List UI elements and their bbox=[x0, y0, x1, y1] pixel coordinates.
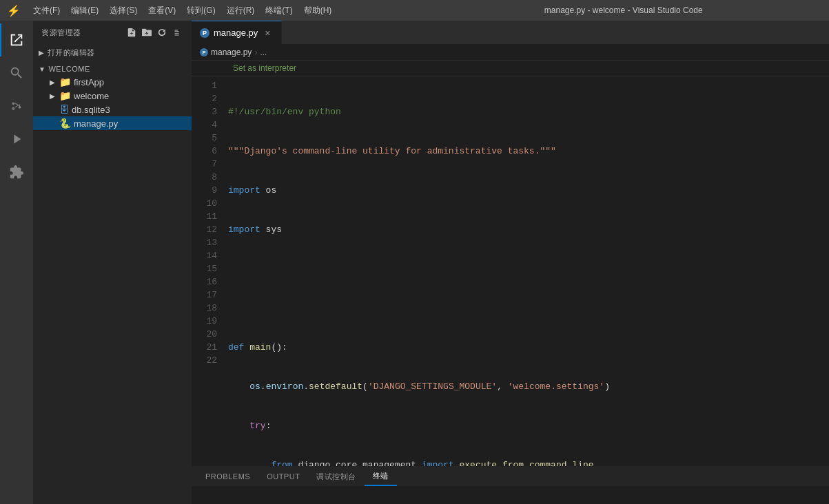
sidebar-item-source-control[interactable] bbox=[0, 90, 33, 123]
welcome-section: WELCOME 📁 firstApp 📁 welcome 🗄 bbox=[33, 61, 192, 132]
activity-bar bbox=[0, 21, 33, 504]
tree-item-welcome[interactable]: 📁 welcome bbox=[33, 89, 192, 103]
panel-tab-problems[interactable]: PROBLEMS bbox=[197, 467, 258, 486]
firstapp-chevron-icon bbox=[50, 78, 59, 86]
editor-area: P manage.py × P manage.py › ... Set as i… bbox=[192, 21, 829, 504]
menu-edit[interactable]: 编辑(E) bbox=[65, 0, 104, 21]
window-title: manage.py - welcome - Visual Studio Code bbox=[425, 6, 823, 15]
sidebar-header-actions bbox=[125, 26, 183, 39]
code-line-2: """Django's command-line utility for adm… bbox=[228, 145, 829, 158]
line-num-12: 12 bbox=[197, 223, 217, 236]
breadcrumb-python-icon: P bbox=[200, 48, 208, 56]
code-line-9: try: bbox=[228, 419, 829, 432]
tree-item-db[interactable]: 🗄 db.sqlite3 bbox=[33, 103, 192, 116]
panel-tab-terminal[interactable]: 终端 bbox=[365, 467, 397, 486]
line-num-1: 1 bbox=[197, 79, 217, 92]
db-file-icon: 🗄 bbox=[59, 104, 69, 115]
line-num-6: 6 bbox=[197, 145, 217, 158]
open-editors-chevron bbox=[39, 49, 45, 56]
panel-tab-debug-console[interactable]: 调试控制台 bbox=[308, 467, 365, 486]
open-editors-header[interactable]: 打开的编辑器 bbox=[33, 45, 192, 60]
line-num-22: 22 bbox=[197, 354, 217, 367]
breadcrumb-bar: P manage.py › ... bbox=[192, 45, 829, 61]
folder-icon-2: 📁 bbox=[59, 90, 71, 101]
tree-item-managepy[interactable]: 🐍 manage.py bbox=[33, 116, 192, 130]
bottom-panel: PROBLEMS OUTPUT 调试控制台 终端 bbox=[192, 466, 829, 504]
line-num-19: 19 bbox=[197, 315, 217, 328]
code-content: #!/usr/bin/env python """Django's comman… bbox=[223, 76, 829, 466]
code-line-6 bbox=[228, 302, 829, 315]
breadcrumb-separator: › bbox=[254, 48, 257, 57]
line-num-15: 15 bbox=[197, 262, 217, 275]
refresh-icon[interactable] bbox=[156, 26, 168, 39]
welcome-section-header[interactable]: WELCOME bbox=[33, 63, 192, 75]
menu-goto[interactable]: 转到(G) bbox=[181, 0, 221, 21]
line-num-2: 2 bbox=[197, 92, 217, 105]
line-num-3: 3 bbox=[197, 105, 217, 118]
folder-icon: 📁 bbox=[59, 76, 71, 87]
line-num-13: 13 bbox=[197, 236, 217, 249]
code-line-10: from django.core.management import execu… bbox=[228, 459, 829, 466]
python-file-icon: 🐍 bbox=[59, 118, 71, 129]
welcome-section-label: WELCOME bbox=[48, 65, 90, 73]
tab-python-icon: P bbox=[200, 28, 209, 38]
main-layout: 资源管理器 打开的编辑器 bbox=[0, 21, 829, 504]
line-num-20: 20 bbox=[197, 328, 217, 341]
title-bar: ⚡ 文件(F) 编辑(E) 选择(S) 查看(V) 转到(G) 运行(R) 终端… bbox=[0, 0, 829, 21]
tab-bar: P manage.py × bbox=[192, 21, 829, 45]
line-num-9: 9 bbox=[197, 184, 217, 197]
tab-managepy[interactable]: P manage.py × bbox=[192, 21, 282, 45]
menu-help[interactable]: 帮助(H) bbox=[298, 0, 338, 21]
code-line-7: def main(): bbox=[228, 341, 829, 354]
open-editors-section: 打开的编辑器 bbox=[33, 44, 192, 61]
open-editors-label: 打开的编辑器 bbox=[48, 48, 95, 58]
menu-run[interactable]: 运行(R) bbox=[221, 0, 260, 21]
menu-terminal[interactable]: 终端(T) bbox=[260, 0, 298, 21]
panel-tabs: PROBLEMS OUTPUT 调试控制台 终端 bbox=[192, 467, 829, 486]
sidebar-item-run[interactable] bbox=[0, 123, 33, 156]
line-num-11: 11 bbox=[197, 210, 217, 223]
line-num-8: 8 bbox=[197, 171, 217, 184]
new-folder-icon[interactable] bbox=[141, 26, 153, 39]
line-numbers: 1 2 3 4 5 6 7 8 9 10 11 12 13 14 15 16 1… bbox=[192, 76, 223, 466]
line-num-21: 21 bbox=[197, 341, 217, 354]
line-num-10: 10 bbox=[197, 197, 217, 210]
sidebar: 资源管理器 打开的编辑器 bbox=[33, 21, 192, 504]
code-line-3: import os bbox=[228, 184, 829, 197]
code-line-8: os.environ.setdefault('DJANGO_SETTINGS_M… bbox=[228, 380, 829, 393]
panel-content bbox=[192, 486, 829, 504]
tab-close-button[interactable]: × bbox=[262, 28, 273, 39]
line-num-17: 17 bbox=[197, 288, 217, 302]
welcome-chevron bbox=[39, 65, 45, 73]
tab-managepy-label: manage.py bbox=[214, 28, 258, 38]
code-line-5 bbox=[228, 262, 829, 275]
collapse-icon[interactable] bbox=[171, 26, 183, 39]
new-file-icon[interactable] bbox=[125, 26, 138, 39]
code-line-1: #!/usr/bin/env python bbox=[228, 105, 829, 118]
breadcrumb-dots[interactable]: ... bbox=[260, 48, 267, 57]
line-num-4: 4 bbox=[197, 118, 217, 132]
sidebar-title: 资源管理器 bbox=[41, 28, 81, 38]
line-num-5: 5 bbox=[197, 132, 217, 145]
menu-file[interactable]: 文件(F) bbox=[28, 0, 65, 21]
sidebar-item-explorer[interactable] bbox=[0, 23, 33, 56]
panel-tab-output[interactable]: OUTPUT bbox=[258, 467, 308, 486]
sidebar-item-extensions[interactable] bbox=[0, 156, 33, 189]
line-num-16: 16 bbox=[197, 275, 217, 288]
menu-select[interactable]: 选择(S) bbox=[104, 0, 143, 21]
breadcrumb-file[interactable]: manage.py bbox=[211, 48, 252, 57]
vscode-logo-icon: ⚡ bbox=[7, 4, 21, 17]
interpreter-hint[interactable]: Set as interpreter bbox=[192, 61, 829, 76]
interpreter-hint-text: Set as interpreter bbox=[233, 63, 296, 73]
sidebar-item-search[interactable] bbox=[0, 56, 33, 90]
line-num-18: 18 bbox=[197, 302, 217, 315]
code-editor[interactable]: 1 2 3 4 5 6 7 8 9 10 11 12 13 14 15 16 1… bbox=[192, 76, 829, 466]
sidebar-header: 资源管理器 bbox=[33, 21, 192, 44]
tree-item-firstapp[interactable]: 📁 firstApp bbox=[33, 75, 192, 89]
db-label: db.sqlite3 bbox=[72, 105, 110, 115]
welcome-label: welcome bbox=[74, 91, 109, 101]
menu-view[interactable]: 查看(V) bbox=[143, 0, 181, 21]
menu-bar: 文件(F) 编辑(E) 选择(S) 查看(V) 转到(G) 运行(R) 终端(T… bbox=[28, 0, 425, 21]
line-num-7: 7 bbox=[197, 158, 217, 171]
line-num-14: 14 bbox=[197, 249, 217, 262]
